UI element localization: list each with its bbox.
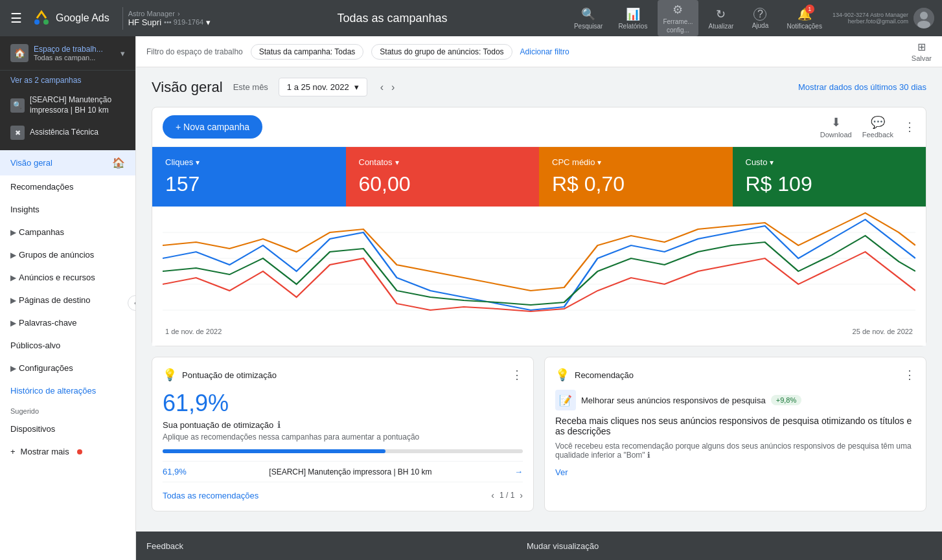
filter-chip-status-grupo[interactable]: Status do grupo de anúncios: Todos (371, 44, 512, 60)
workspace-item[interactable]: 🏠 Espaço de trabalh... Todas as campan..… (0, 36, 135, 71)
overview-header: Visão geral Este mês 1 a 25 nov. 2022 ▾ … (152, 78, 926, 96)
campaign-search-icon: 🔍 (10, 98, 25, 113)
nav-publicos-alvo[interactable]: Públicos-alvo (0, 334, 135, 357)
nav-notificacoes[interactable]: 🔔 1 Notificações (781, 5, 827, 32)
nav-configuracoes[interactable]: ▶ Configurações (0, 357, 135, 379)
opt-card-title: Pontuação de otimização (182, 370, 277, 380)
pag-prev-btn[interactable]: ‹ (491, 490, 494, 500)
dispositivos-label: Dispositivos (10, 424, 55, 434)
anuncios-recursos-label: Anúncios e recursos (19, 273, 95, 282)
campanhas-label: Campanhas (19, 227, 64, 237)
workspace-icon: 🏠 (10, 44, 29, 62)
avatar[interactable] (913, 8, 934, 28)
palavras-chave-label: Palavras-chave (19, 318, 77, 328)
nav-anuncios-recursos[interactable]: ▶ Anúncios e recursos (0, 266, 135, 289)
recommendation-card: 💡 Recomendação ⋮ 📝 Melhorar seus anúncio… (544, 357, 926, 511)
save-button[interactable]: ⊞ Salvar (912, 41, 932, 62)
visao-geral-label: Visão geral (10, 158, 52, 168)
workspace-chevron: ▾ (121, 49, 125, 58)
see-campaigns[interactable]: Ver as 2 campanhas (0, 71, 135, 90)
opt-card-more[interactable]: ⋮ (511, 368, 523, 382)
pag-next-btn[interactable]: › (520, 490, 523, 500)
workspace-name: Espaço de trabalh... (34, 45, 103, 54)
cpc-value: R$ 0,70 (552, 172, 720, 196)
svg-point-4 (920, 12, 928, 19)
opt-sub-desc: Aplique as recomendações nessa campanhas… (163, 432, 523, 442)
rec-ver-btn[interactable]: Ver (555, 467, 915, 477)
chart-block: + Nova campanha ⬇ Download 💬 Feedback ⋮ (152, 107, 926, 346)
chart-more-icon[interactable]: ⋮ (904, 120, 915, 134)
metric-cliques[interactable]: Cliques ▾ 157 (152, 147, 346, 207)
expand-arrow-config: ▶ (10, 364, 16, 373)
expand-arrow-paginas: ▶ (10, 296, 16, 305)
date-selector[interactable]: 1 a 25 nov. 2022 ▾ (279, 78, 367, 96)
opt-info-icon[interactable]: ℹ (277, 420, 281, 430)
custo-label: Custo (746, 157, 768, 167)
metric-cpc[interactable]: CPC médio ▾ R$ 0,70 (539, 147, 733, 207)
svg-point-1 (34, 19, 40, 25)
svg-point-5 (917, 21, 930, 28)
nav-palavras-chave[interactable]: ▶ Palavras-chave (0, 311, 135, 334)
top-nav: ☰ Google Ads Astro Manager › HF Supri ••… (0, 0, 942, 36)
cliques-arrow: ▾ (196, 158, 200, 167)
custo-arrow: ▾ (770, 158, 774, 167)
expand-arrow-palavras: ▶ (10, 319, 16, 328)
nav-recomendacoes[interactable]: Recomendações (0, 175, 135, 198)
expand-arrow-anuncios: ▶ (10, 273, 16, 282)
rec-info-icon[interactable]: ℹ (647, 451, 650, 460)
red-dot (77, 449, 82, 454)
nav-insights[interactable]: Insights (0, 198, 135, 221)
bottom-mudar-visualizacao-btn[interactable]: Mudar visualização (194, 541, 932, 551)
nav-visao-geral[interactable]: Visão geral 🏠 (0, 150, 135, 175)
nav-relatorios[interactable]: 📊 Relatórios (613, 5, 652, 32)
assistencia-name: Assistência Técnica (30, 128, 98, 138)
campaign-score-row[interactable]: 61,9% [SEARCH] Manutenção impressora | B… (163, 461, 523, 482)
svg-point-2 (43, 19, 49, 25)
nav-ferramentas[interactable]: ⚙ Ferrame... config... (658, 0, 698, 36)
nav-grupos-anuncios[interactable]: ▶ Grupos de anúncios (0, 243, 135, 266)
plus-icon: + (10, 447, 16, 456)
nav-icons: 🔍 Pesquisar 📊 Relatórios ⚙ Ferrame... co… (569, 0, 934, 36)
overview-title: Visão geral (152, 79, 223, 96)
nav-dispositivos[interactable]: Dispositivos (0, 418, 135, 440)
paginas-destino-label: Páginas de destino (19, 295, 91, 305)
download-button[interactable]: ⬇ Download (820, 115, 852, 139)
show-30-days-btn[interactable]: Mostrar dados dos últimos 30 dias (798, 82, 926, 92)
date-next-btn[interactable]: › (389, 79, 397, 96)
bottom-feedback-btn[interactable]: Feedback (146, 541, 183, 551)
campaign-score-value: 61,9% (163, 467, 187, 476)
campaign-item-assistencia[interactable]: ✖ Assistência Técnica (0, 120, 135, 145)
date-nav: ‹ › (378, 79, 398, 96)
campaign-item-search[interactable]: 🔍 [SEARCH] Manutenção impressora | BH 10… (0, 90, 135, 120)
nav-mostrar-mais[interactable]: + Mostrar mais (0, 440, 135, 463)
date-prev-btn[interactable]: ‹ (378, 79, 386, 96)
contatos-value: 60,00 (359, 172, 527, 196)
nav-paginas-destino[interactable]: ▶ Páginas de destino (0, 289, 135, 311)
nav-campanhas[interactable]: ▶ Campanhas (0, 221, 135, 243)
bottom-row: 💡 Pontuação de otimização ⋮ 61,9% Sua po… (152, 357, 926, 511)
rec-card-more[interactable]: ⋮ (904, 368, 915, 382)
account-selector[interactable]: Astro Manager › HF Supri ••• 919-1764 ▾ (122, 7, 216, 30)
nav-historico[interactable]: Histórico de alterações (0, 379, 135, 402)
nav-pesquisar[interactable]: 🔍 Pesquisar (569, 5, 608, 32)
cliques-value: 157 (165, 172, 333, 196)
cpc-label: CPC médio (552, 157, 595, 167)
hamburger-icon[interactable]: ☰ (8, 8, 25, 28)
add-filter-btn[interactable]: Adicionar filtro (520, 47, 569, 56)
nova-campanha-button[interactable]: + Nova campanha (163, 115, 262, 139)
date-range-text: 1 a 25 nov. 2022 (287, 82, 349, 92)
feedback-button[interactable]: 💬 Feedback (862, 115, 893, 139)
nav-ajuda[interactable]: ? Ajuda (744, 5, 776, 32)
metric-custo[interactable]: Custo ▾ R$ 109 (733, 147, 926, 207)
todas-recomendacoes[interactable]: Todas as recomendações ‹ 1 / 1 › (163, 482, 523, 500)
filter-label: Filtro do espaço de trabalho (146, 47, 243, 56)
rec-card-title: Recomendação (575, 370, 634, 380)
metric-contatos[interactable]: Contatos ▾ 60,00 (346, 147, 540, 207)
filter-chip-status-campanha[interactable]: Status da campanha: Todas (251, 44, 364, 60)
mostrar-mais-label: Mostrar mais (21, 447, 69, 456)
logo-text: Google Ads (56, 12, 109, 24)
account-info: 134-902-3274 Astro Manager herber.foto@g… (833, 12, 908, 25)
main-content: Visão geral Este mês 1 a 25 nov. 2022 ▾ … (136, 67, 942, 532)
google-ads-logo-icon (32, 9, 51, 27)
nav-atualizar[interactable]: ↻ Atualizar (704, 5, 739, 32)
